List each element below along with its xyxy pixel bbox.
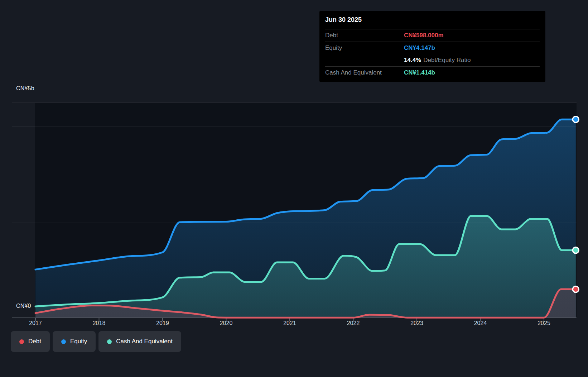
- tooltip-debt-label: Debt: [325, 32, 404, 39]
- tooltip-ratio-value: 14.4%: [404, 57, 421, 64]
- tooltip-equity-row: Equity CN¥4.147b: [325, 42, 540, 54]
- debt-legend-dot-icon: [19, 339, 24, 344]
- x-tick-label: 2025: [528, 320, 560, 326]
- tooltip-debt-row: Debt CN¥598.000m: [325, 29, 540, 42]
- legend-item-label: Cash And Equivalent: [116, 338, 173, 345]
- x-tick-label: 2019: [146, 320, 179, 326]
- tooltip-cash-label: Cash And Equivalent: [325, 69, 404, 76]
- tooltip-ratio-label: Debt/Equity Ratio: [423, 57, 471, 64]
- x-tick-label: 2021: [274, 320, 306, 326]
- tooltip-debt-value: CN¥598.000m: [404, 32, 444, 39]
- debt-equity-history-chart: CN¥5b CN¥0 2017 2018 2019 2020 2021 2022…: [0, 0, 588, 377]
- y-axis-max-label: CN¥5b: [16, 85, 34, 92]
- cash-legend-dot-icon: [107, 339, 112, 344]
- x-tick-label: 2024: [464, 320, 497, 326]
- y-axis-zero-label: CN¥0: [16, 303, 31, 309]
- equity-legend-dot-icon: [61, 339, 66, 344]
- x-tick-label: 2018: [83, 320, 115, 326]
- tooltip-equity-label: Equity: [325, 44, 404, 52]
- chart-legend: Debt Equity Cash And Equivalent: [11, 331, 181, 352]
- tooltip-cash-value: CN¥1.414b: [404, 69, 435, 76]
- x-tick-label: 2020: [210, 320, 242, 326]
- tooltip-ratio-row: 14.4% Debt/Equity Ratio: [325, 54, 540, 67]
- legend-item-equity[interactable]: Equity: [53, 331, 96, 352]
- tooltip-equity-value: CN¥4.147b: [404, 44, 435, 52]
- legend-item-label: Equity: [70, 338, 87, 345]
- legend-item-cash[interactable]: Cash And Equivalent: [98, 331, 181, 352]
- x-tick-label: 2017: [19, 320, 52, 326]
- x-tick-label: 2022: [337, 320, 370, 326]
- tooltip-date: Jun 30 2025: [325, 11, 540, 29]
- tooltip-cash-row: Cash And Equivalent CN¥1.414b: [325, 67, 540, 79]
- hover-tooltip: Jun 30 2025 Debt CN¥598.000m Equity CN¥4…: [319, 11, 545, 82]
- legend-item-debt[interactable]: Debt: [11, 331, 50, 352]
- x-tick-label: 2023: [401, 320, 433, 326]
- legend-item-label: Debt: [28, 338, 41, 345]
